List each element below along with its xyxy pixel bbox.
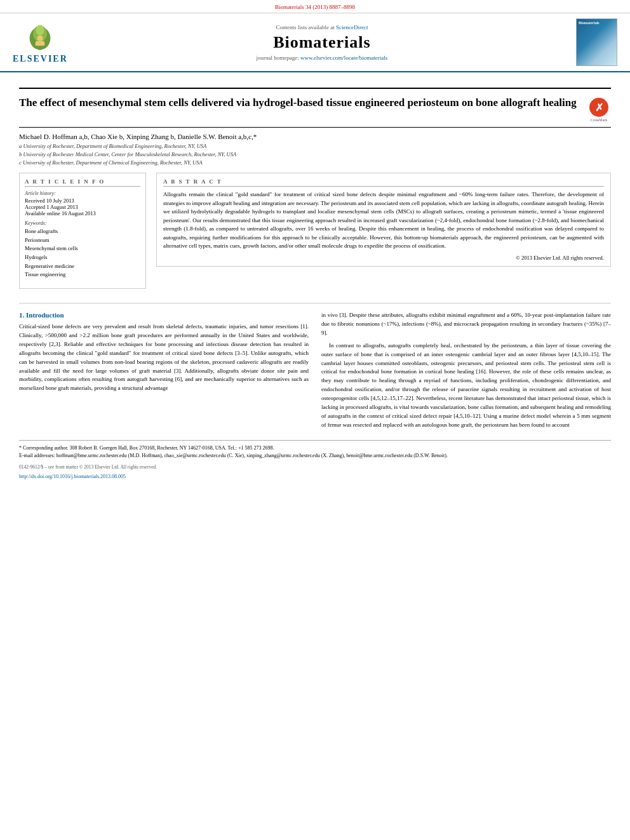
- footnote-section: * Corresponding author. 308 Robert B. Go…: [19, 440, 611, 481]
- cover-text: Biomaterials: [579, 21, 600, 25]
- journal-center: Contents lists available at ScienceDirec…: [68, 24, 576, 61]
- issn-license: 0142-9612/$ – see front matter © 2013 El…: [19, 463, 611, 470]
- received-date: Received 10 July 2013: [25, 197, 140, 204]
- affiliation-item: b University of Rochester Medical Center…: [19, 150, 611, 159]
- introduction-section: 1. Introduction Critical-sized bone defe…: [19, 311, 611, 434]
- sciencedirect-anchor[interactable]: ScienceDirect: [336, 24, 368, 30]
- sciencedirect-link: Contents lists available at ScienceDirec…: [68, 24, 576, 30]
- article-title-section: The effect of mesenchymal stem cells del…: [19, 88, 611, 128]
- journal-title: Biomaterials: [68, 33, 576, 52]
- elsevier-text: ELSEVIER: [13, 54, 68, 64]
- journal-header: Biomaterials 34 (2013) 8887–8898: [0, 0, 630, 13]
- intro-left-col: 1. Introduction Critical-sized bone defe…: [19, 311, 309, 434]
- section-divider: [19, 303, 611, 303]
- journal-citation: Biomaterials 34 (2013) 8887–8898: [275, 4, 355, 10]
- keyword-item: Tissue engineering: [25, 270, 140, 279]
- corresponding-author-note: * Corresponding author. 308 Robert B. Go…: [19, 444, 611, 452]
- keyword-item: Bone allografts: [25, 227, 140, 236]
- journal-cover-image: Biomaterials: [576, 18, 617, 66]
- intro-right-col: in vivo [3]. Despite these attributes, a…: [321, 311, 611, 434]
- authors-section: Michael D. Hoffman a,b, Chao Xie b, Xinp…: [19, 133, 611, 166]
- accepted-date: Accepted 1 August 2013: [25, 204, 140, 210]
- crossmark-icon: ✗: [589, 98, 608, 117]
- svg-point-5: [37, 35, 43, 41]
- author-names: Michael D. Hoffman a,b, Chao Xie b, Xinp…: [19, 133, 611, 140]
- article-history-group: Article history: Received 10 July 2013 A…: [25, 190, 140, 217]
- abstract-text: Allografts remain the clinical "gold sta…: [163, 190, 604, 251]
- doi-link[interactable]: http://dx.doi.org/10.1016/j.biomaterials…: [19, 474, 126, 479]
- keyword-item: Hydrogels: [25, 253, 140, 262]
- keyword-item: Mesenchymal stem cells: [25, 244, 140, 253]
- author-affiliations: a University of Rochester, Department of…: [19, 142, 611, 166]
- journal-homepage: journal homepage: www.elsevier.com/locat…: [68, 55, 576, 61]
- homepage-link[interactable]: www.elsevier.com/locate/biomaterials: [300, 55, 387, 61]
- email-addresses: E-mail addresses: hoffman@bme.urmc.roche…: [19, 452, 611, 460]
- crossmark-label: CrossMark: [591, 118, 608, 122]
- abstract-heading: A B S T R A C T: [163, 178, 604, 187]
- affiliation-item: c University of Rochester, Department of…: [19, 159, 611, 167]
- intro-para-3: In contrast to allografts, autografts co…: [321, 342, 611, 430]
- abstract-col: A B S T R A C T Allografts remain the cl…: [156, 173, 611, 295]
- intro-left-text: Critical-sized bone defects are very pre…: [19, 323, 309, 394]
- article-title: The effect of mesenchymal stem cells del…: [19, 95, 587, 110]
- article-info-col: A R T I C L E I N F O Article history: R…: [19, 173, 146, 295]
- article-info-abstract: A R T I C L E I N F O Article history: R…: [19, 173, 611, 295]
- keyword-item: Periosteum: [25, 236, 140, 245]
- article-info-box: A R T I C L E I N F O Article history: R…: [19, 173, 146, 289]
- elsevier-tree-icon: [22, 21, 58, 53]
- keyword-item: Regenerative medicine: [25, 262, 140, 271]
- intro-para-2: in vivo [3]. Despite these attributes, a…: [321, 311, 611, 338]
- intro-para-1: Critical-sized bone defects are very pre…: [19, 323, 309, 394]
- copyright-line: © 2013 Elsevier Ltd. All rights reserved…: [163, 255, 604, 261]
- abstract-box: A B S T R A C T Allografts remain the cl…: [156, 173, 611, 267]
- article-info-heading: A R T I C L E I N F O: [25, 178, 140, 187]
- intro-right-text: in vivo [3]. Despite these attributes, a…: [321, 311, 611, 430]
- keywords-label: Keywords:: [25, 220, 140, 226]
- svg-rect-4: [36, 41, 45, 45]
- article-container: The effect of mesenchymal stem cells del…: [0, 72, 630, 493]
- keywords-group: Keywords: Bone allograftsPeriosteumMesen…: [25, 220, 140, 279]
- history-label: Article history:: [25, 190, 140, 196]
- svg-point-3: [36, 25, 44, 35]
- elsevier-logo: ELSEVIER: [13, 21, 68, 64]
- intro-section-title: 1. Introduction: [19, 311, 309, 319]
- logo-bar: ELSEVIER Contents lists available at Sci…: [0, 13, 630, 72]
- available-date: Available online 16 August 2013: [25, 210, 140, 217]
- doi-line: http://dx.doi.org/10.1016/j.biomaterials…: [19, 473, 611, 481]
- keywords-list: Bone allograftsPeriosteumMesenchymal ste…: [25, 227, 140, 279]
- crossmark-badge: ✗ CrossMark: [587, 98, 611, 122]
- affiliation-item: a University of Rochester, Department of…: [19, 142, 611, 150]
